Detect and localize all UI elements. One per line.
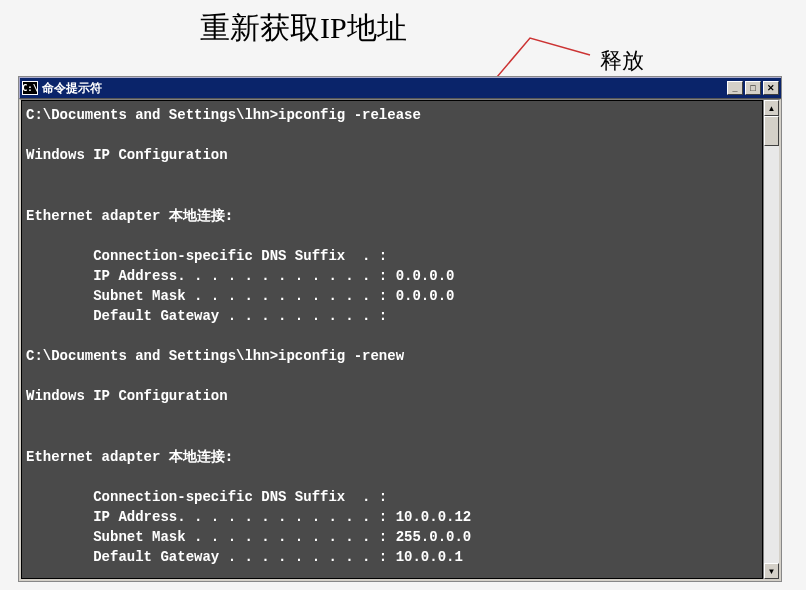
cmd-icon: C:\	[22, 81, 38, 95]
window-controls: _ □ ✕	[727, 81, 779, 95]
window-title: 命令提示符	[42, 80, 727, 97]
console-line: Default Gateway . . . . . . . . . :	[26, 308, 387, 324]
console-line: Windows IP Configuration	[26, 147, 228, 163]
annotation-release: 释放	[600, 46, 644, 76]
console-line: Subnet Mask . . . . . . . . . . . : 255.…	[26, 529, 471, 545]
console-line: Windows IP Configuration	[26, 388, 228, 404]
titlebar[interactable]: C:\ 命令提示符 _ □ ✕	[19, 77, 781, 99]
console-line: Connection-specific DNS Suffix . :	[26, 489, 387, 505]
console-line: C:\Documents and Settings\lhn>ipconfig -…	[26, 107, 421, 123]
console-line: C:\Documents and Settings\lhn>ipconfig -…	[26, 348, 404, 364]
scroll-up-button[interactable]: ▲	[764, 100, 779, 116]
console-line: Default Gateway . . . . . . . . . : 10.0…	[26, 549, 463, 565]
console-line: Ethernet adapter	[26, 449, 169, 465]
page-title: 重新获取IP地址	[200, 8, 407, 49]
scrollbar-track[interactable]	[764, 116, 779, 563]
console-line: Connection-specific DNS Suffix . :	[26, 248, 387, 264]
console-line: 本地连接:	[169, 448, 233, 464]
scroll-down-button[interactable]: ▼	[764, 563, 779, 579]
console-line: Ethernet adapter	[26, 208, 169, 224]
close-button[interactable]: ✕	[763, 81, 779, 95]
console-line: 本地连接:	[169, 207, 233, 223]
vertical-scrollbar[interactable]: ▲ ▼	[763, 100, 779, 579]
cmd-window: C:\ 命令提示符 _ □ ✕ C:\Documents and Setting…	[18, 76, 782, 582]
console-line: IP Address. . . . . . . . . . . . : 0.0.…	[26, 268, 454, 284]
console-output[interactable]: C:\Documents and Settings\lhn>ipconfig -…	[21, 100, 763, 579]
console-line: Subnet Mask . . . . . . . . . . . : 0.0.…	[26, 288, 454, 304]
console-line: IP Address. . . . . . . . . . . . : 10.0…	[26, 509, 471, 525]
maximize-button[interactable]: □	[745, 81, 761, 95]
scrollbar-thumb[interactable]	[764, 116, 779, 146]
minimize-button[interactable]: _	[727, 81, 743, 95]
